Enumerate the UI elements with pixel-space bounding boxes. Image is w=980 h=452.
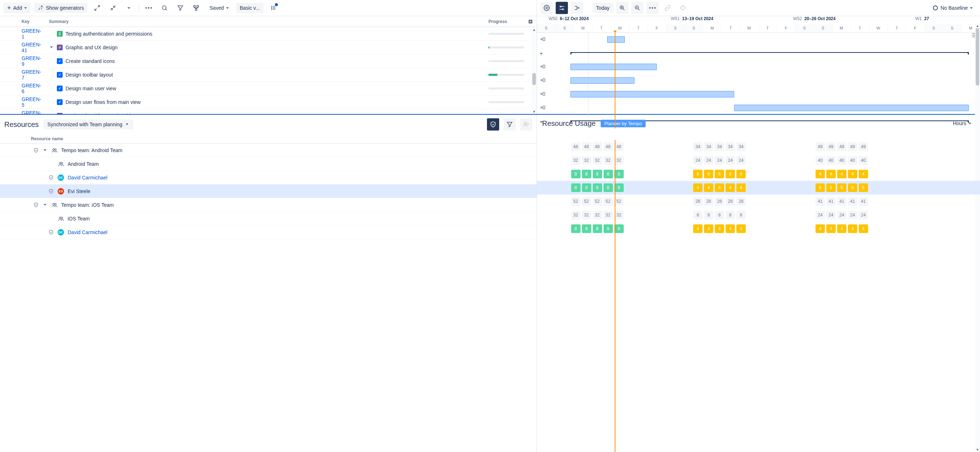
usage-cell[interactable]: 8 [593, 183, 602, 192]
usage-cell[interactable]: 26 [715, 197, 724, 206]
gantt-row[interactable] [537, 60, 980, 74]
gantt-row[interactable] [537, 46, 980, 60]
saved-views-button[interactable]: Saved [206, 3, 232, 13]
usage-cell[interactable]: 41 [848, 197, 857, 206]
expand-menu-button[interactable] [123, 2, 135, 14]
usage-cell[interactable]: 41 [859, 197, 868, 206]
usage-cell[interactable]: 6 [693, 170, 703, 178]
columns-button[interactable] [267, 2, 279, 14]
usage-cell[interactable]: 4 [848, 224, 857, 233]
expand-toggle[interactable] [43, 204, 48, 206]
usage-cell[interactable]: 8 [582, 224, 591, 233]
resource-approve-button[interactable] [487, 118, 499, 130]
show-generators-button[interactable]: Show generators [34, 3, 88, 13]
scroll-up-arrow[interactable]: ▲ [531, 27, 537, 32]
scroll-up-arrow[interactable]: ▲ [975, 23, 980, 28]
resource-row[interactable]: iOS Team [0, 212, 537, 225]
usage-cell[interactable]: 4 [715, 183, 724, 192]
usage-cell[interactable]: 49 [859, 143, 868, 151]
usage-cell[interactable]: 24 [859, 211, 868, 219]
usage-cell[interactable]: 52 [571, 197, 581, 206]
collapse-icon-button[interactable] [107, 2, 119, 14]
usage-cell[interactable]: 40 [837, 156, 846, 165]
usage-cell[interactable]: 49 [837, 143, 846, 151]
resource-row[interactable]: Tempo team: iOS Team [0, 198, 537, 212]
gantt-row[interactable] [537, 87, 980, 101]
expand-toggle[interactable] [49, 46, 54, 48]
usage-cell[interactable]: 8 [603, 170, 613, 178]
usage-cell[interactable]: 24 [737, 156, 746, 165]
usage-cell[interactable]: 41 [816, 197, 825, 206]
usage-cell[interactable]: 32 [614, 211, 624, 219]
issues-scrollbar[interactable]: ▲ ▼ [531, 27, 537, 114]
today-button[interactable]: Today [592, 3, 613, 13]
expand-icon-button[interactable] [91, 2, 103, 14]
usage-cell[interactable]: 4 [704, 224, 713, 233]
usage-cell[interactable]: 24 [826, 211, 836, 219]
usage-cell[interactable]: 4 [725, 224, 735, 233]
usage-cell[interactable]: 32 [614, 156, 624, 165]
issue-key-link[interactable]: GREEN-42 [22, 110, 41, 114]
usage-cell[interactable]: 26 [704, 197, 713, 206]
resource-name-header[interactable]: Resource name [31, 136, 63, 141]
usage-cell[interactable]: 52 [582, 197, 591, 206]
usage-cell[interactable]: 4 [826, 170, 836, 178]
planner-badge[interactable]: Planner by Tempo [601, 120, 646, 127]
usage-cell[interactable]: 52 [614, 197, 624, 206]
col-summary-header[interactable]: Summary [43, 19, 488, 24]
group-button[interactable] [190, 2, 202, 14]
usage-cell[interactable]: 8 [593, 224, 602, 233]
usage-cell[interactable]: 8 [603, 224, 613, 233]
usage-cell[interactable]: 4 [859, 170, 868, 178]
issue-row[interactable]: GREEN-42⚡Back-end and front-end architec… [0, 109, 537, 114]
view-select-button[interactable]: Basic v... [236, 3, 263, 13]
usage-cell[interactable]: 4 [848, 170, 857, 178]
usage-cell[interactable]: 4 [826, 224, 836, 233]
usage-cell[interactable]: 24 [837, 211, 846, 219]
usage-cell[interactable]: 48 [571, 143, 581, 151]
gantt-row[interactable] [537, 33, 980, 46]
usage-cell[interactable]: 52 [593, 197, 602, 206]
usage-cell[interactable]: 5 [816, 183, 825, 192]
scroll-down-arrow[interactable]: ▼ [531, 109, 537, 114]
usage-cell[interactable]: 4 [693, 183, 703, 192]
resource-link[interactable]: David Carmichael [68, 175, 107, 181]
usage-cell[interactable]: 5 [848, 183, 857, 192]
filter-button[interactable] [174, 2, 186, 14]
usage-cell[interactable]: 8 [582, 170, 591, 178]
resource-row[interactable]: DCDavid Carmichael [0, 225, 537, 239]
usage-cell[interactable]: 4 [837, 224, 846, 233]
issue-key-link[interactable]: GREEN-41 [22, 42, 41, 53]
usage-cell[interactable]: 8 [715, 211, 724, 219]
resource-row[interactable]: Tempo team: Android Team [0, 143, 537, 157]
usage-cell[interactable]: 41 [826, 197, 836, 206]
usage-cell[interactable]: 52 [603, 197, 613, 206]
zoom-in-button[interactable] [616, 2, 628, 14]
usage-cell[interactable]: 4 [859, 224, 868, 233]
usage-cell[interactable]: 4 [737, 183, 746, 192]
usage-cell[interactable]: 34 [704, 143, 713, 151]
usage-cell[interactable]: 49 [816, 143, 825, 151]
usage-cell[interactable]: 4 [725, 183, 735, 192]
usage-cell[interactable]: 48 [614, 143, 624, 151]
usage-cell[interactable]: 24 [725, 156, 735, 165]
usage-cell[interactable]: 24 [848, 211, 857, 219]
usage-cell[interactable]: 8 [725, 211, 735, 219]
hours-dropdown[interactable]: Hours [950, 118, 975, 128]
usage-cell[interactable]: 48 [593, 143, 602, 151]
usage-cell[interactable]: 4 [715, 224, 724, 233]
baseline-button[interactable]: No Baseline [929, 3, 977, 13]
usage-cell[interactable]: 8 [614, 183, 624, 192]
usage-cell[interactable]: 8 [737, 211, 746, 219]
gantt-bar[interactable] [734, 105, 969, 111]
issue-row[interactable]: GREEN-6✓Design main user view [0, 82, 537, 95]
zoom-out-button[interactable] [631, 2, 643, 14]
usage-cell[interactable]: 41 [837, 197, 846, 206]
resource-row[interactable]: Android Team [0, 157, 537, 171]
usage-cell[interactable]: 34 [725, 143, 735, 151]
expand-toggle[interactable] [43, 149, 48, 151]
usage-cell[interactable]: 34 [715, 143, 724, 151]
gantt-group-bar[interactable] [570, 52, 969, 54]
usage-cell[interactable]: 34 [737, 143, 746, 151]
gantt-bar[interactable] [570, 77, 635, 84]
